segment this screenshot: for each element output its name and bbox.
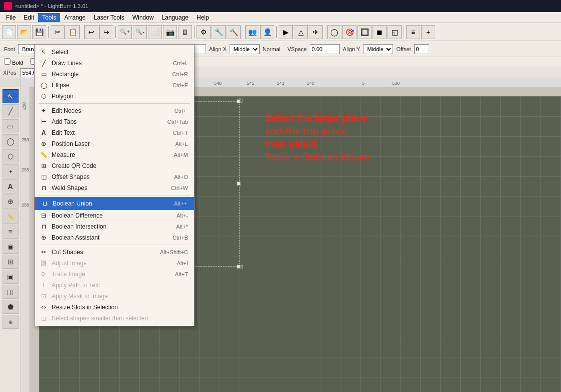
tool-ellipse[interactable]: ◯ [3, 134, 19, 148]
tool-polygon2[interactable]: ⬟ [3, 300, 19, 314]
menu-weldshapes-item[interactable]: ⊓ Weld Shapes Ctrl+W [35, 182, 194, 193]
menu-resizeslots-item[interactable]: ⇔ Resize Slots in Selection [35, 302, 194, 313]
sel-handle-br[interactable] [237, 265, 241, 269]
menu-edittext-item[interactable]: A Edit Text Ctrl+T [35, 127, 194, 138]
tb-redo[interactable]: ↪ [99, 25, 113, 39]
menu-edittext-label: Edit Text [52, 129, 169, 136]
menu-boolassist-item[interactable]: ⊕ Boolean Assistant Ctrl+B [35, 232, 194, 243]
tb-play[interactable]: ▶ [279, 25, 293, 39]
ruler-tick-545: 545 [247, 81, 254, 86]
menu-addtabs-shortcut: Ctrl+Tab [167, 119, 188, 125]
menu-booldiff-item[interactable]: ⊟ Boolean Difference Alt+- [35, 210, 194, 221]
menu-qrcode-item[interactable]: ⊞ Create QR Code [35, 160, 194, 171]
menu-select-item[interactable]: ↖ Select [35, 47, 194, 58]
menu-offsetshapes-item[interactable]: ◫ Offset Shapes Alt+O [35, 171, 194, 182]
menu-laser-tools[interactable]: Laser Tools [90, 13, 128, 22]
menu-language[interactable]: Language [158, 13, 193, 22]
tool-text[interactable]: A [3, 179, 19, 193]
tb-frame[interactable]: △ [294, 25, 308, 39]
menu-window[interactable]: Window [128, 13, 158, 22]
menu-positionlaser-item[interactable]: ⊕ Position Laser Alt+L [35, 138, 194, 149]
tb-save[interactable]: 💾 [32, 25, 46, 39]
bold-checkbox[interactable] [4, 58, 11, 65]
tool-circle[interactable]: ◉ [3, 240, 19, 254]
offset-input[interactable] [414, 44, 429, 54]
menu-help[interactable]: Help [193, 13, 213, 22]
sel-handle-mr[interactable] [237, 181, 241, 185]
align-y-select[interactable]: Middle [363, 44, 393, 54]
tb-undo[interactable]: ↩ [84, 25, 98, 39]
tb-menu[interactable]: ≡ [406, 25, 420, 39]
menu-edit[interactable]: Edit [20, 13, 38, 22]
boolean-union-wrapper: ⊔ Boolean Union Alt++ [35, 197, 194, 210]
tool-position[interactable]: ⊕ [3, 194, 19, 209]
tool-rectangle[interactable]: ▭ [3, 119, 19, 133]
tool-zoom[interactable]: ⊕ [3, 315, 19, 329]
menu-drawlines-item[interactable]: ╱ Draw Lines Ctrl+L [35, 58, 194, 69]
tb-cut[interactable]: ✂ [51, 25, 65, 39]
menu-polygon-item[interactable]: ⬡ Polygon [35, 91, 194, 102]
tool-grid[interactable]: ⊞ [3, 255, 19, 269]
tb-add[interactable]: + [421, 25, 435, 39]
tool-cut[interactable]: ◫ [3, 285, 19, 299]
menu-selectsmaller-item[interactable]: ◻ Select shapes smaller than selected [35, 313, 194, 324]
tb-users[interactable]: 👥 [245, 25, 259, 39]
menu-tools[interactable]: Tools [38, 13, 60, 22]
bool-union-icon: ⊔ [40, 200, 50, 208]
tb-monitor[interactable]: 🖥 [178, 25, 192, 39]
tb-new[interactable]: 📄 [2, 25, 16, 39]
menu-editnodes-item[interactable]: ✦ Edit Nodes Ctrl+` [35, 105, 194, 116]
menu-addtabs-item[interactable]: ⊢ Add Tabs Ctrl+Tab [35, 116, 194, 127]
tb-zoom-fit[interactable]: ⬜ [148, 25, 162, 39]
tabs-icon: ⊢ [39, 118, 49, 126]
menu-adjustimage-item[interactable]: 🖼 Adjust Image Alt+I [35, 258, 194, 269]
tb-camera[interactable]: 📷 [163, 25, 177, 39]
tb-tools1[interactable]: 🔧 [212, 25, 226, 39]
menu-cutshapes-item[interactable]: ✂ Cut Shapes Alt+Shift+C [35, 247, 194, 258]
tb-open[interactable]: 📂 [17, 25, 31, 39]
sel-handle-tr[interactable] [237, 99, 241, 103]
offset-label: Offset [396, 46, 411, 52]
menu-pathtext-item[interactable]: T Apply Path to Text [35, 280, 194, 291]
menu-ellipse-item[interactable]: ◯ Ellipse Ctrl+E [35, 80, 194, 91]
menu-measure-item[interactable]: 📏 Measure Alt+M [35, 149, 194, 160]
menu-file[interactable]: File [2, 13, 20, 22]
tb-zoom-in[interactable]: 🔍+ [118, 25, 132, 39]
menu-maskimage-item[interactable]: ⊡ Apply Mask to Image [35, 291, 194, 302]
vspace-input[interactable] [310, 44, 340, 54]
menu-arrange[interactable]: Arrange [60, 13, 90, 22]
tb-corner[interactable]: ◱ [388, 25, 402, 39]
tool-edit-nodes[interactable]: ✦ [3, 164, 19, 178]
dd-sep-3 [39, 245, 190, 245]
tb-zoom-out[interactable]: 🔍- [133, 25, 147, 39]
menu-maskimage-label: Apply Mask to Image [52, 293, 184, 300]
tool-select[interactable]: ↖ [3, 89, 19, 103]
menu-pathtext-label: Apply Path to Text [52, 282, 184, 289]
tb-tools2[interactable]: 🔨 [227, 25, 241, 39]
tool-layers[interactable]: ≡ [3, 225, 19, 239]
align-x-select[interactable]: Middle [230, 44, 260, 54]
tool-draw-line[interactable]: ╱ [3, 104, 19, 118]
tb-fill[interactable]: ◼ [372, 25, 387, 39]
menu-boolunion-item[interactable]: ⊔ Boolean Union Alt++ [35, 197, 194, 210]
tb-target[interactable]: 🎯 [342, 25, 356, 39]
menu-editnodes-label: Edit Nodes [52, 107, 170, 114]
tool-measure[interactable]: 📏 [3, 210, 19, 224]
bold-check-label[interactable]: Bold [4, 58, 23, 66]
dd-sep-2 [39, 195, 190, 195]
tb-circle[interactable]: ◯ [327, 25, 341, 39]
tool-frame[interactable]: ▣ [3, 270, 19, 284]
tb-copy[interactable]: 📋 [66, 25, 80, 39]
tb-user[interactable]: 👤 [260, 25, 274, 39]
tb-settings[interactable]: ⚙ [197, 25, 211, 39]
tool-polygon[interactable]: ⬡ [3, 149, 19, 163]
menu-measure-label: Measure [52, 151, 170, 158]
menu-boolintersect-label: Boolean Intersection [52, 223, 172, 230]
menu-rectangle-item[interactable]: ▭ Rectangle Ctrl+R [35, 69, 194, 80]
font-label: Font [4, 46, 15, 52]
main-toolbar: 📄 📂 💾 ✂ 📋 ↩ ↪ 🔍+ 🔍- ⬜ 📷 🖥 ⚙ 🔧 🔨 👥 👤 ▶ △ … [0, 23, 561, 41]
tb-rect2[interactable]: 🔲 [357, 25, 371, 39]
menu-traceimage-item[interactable]: ⟳ Trace Image Alt+T [35, 269, 194, 280]
menu-boolintersect-item[interactable]: ⊓ Boolean Intersection Alt+* [35, 221, 194, 232]
tb-laser[interactable]: ✈ [309, 25, 323, 39]
